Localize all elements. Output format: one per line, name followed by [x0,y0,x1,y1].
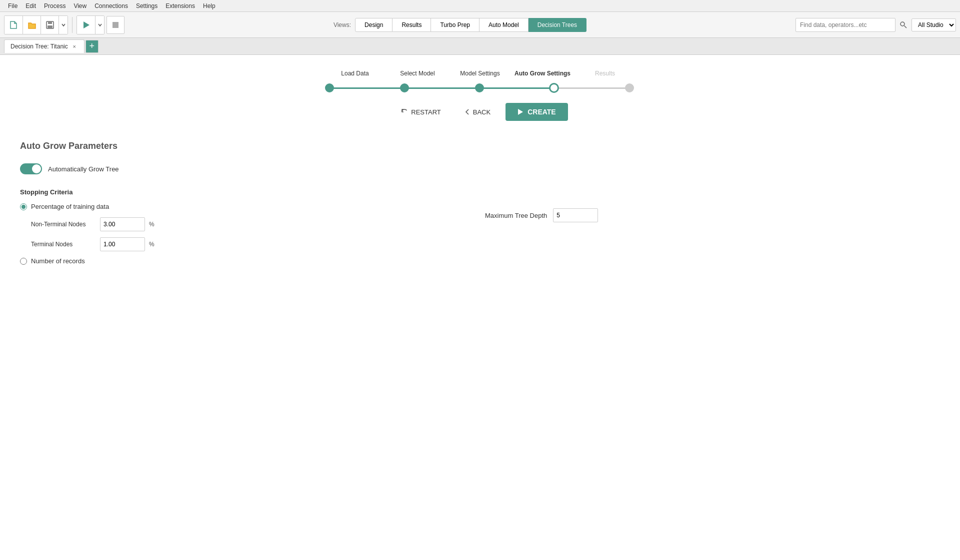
menu-process[interactable]: Process [40,1,70,10]
search-section: All Studio [796,18,956,32]
step-dot-2 [475,83,484,92]
tab-auto-model[interactable]: Auto Model [480,18,528,32]
add-tab-button[interactable]: + [86,40,98,53]
max-depth-section: Maximum Tree Depth [485,188,940,272]
toolbar: Views: Design Results Turbo Prep Auto Mo… [0,12,960,38]
view-tabs: Design Results Turbo Prep Auto Model Dec… [355,18,586,32]
step-label-load-data: Load Data [325,70,385,77]
menu-view[interactable]: View [70,1,90,10]
progress-labels: Load Data Select Model Model Settings Au… [325,70,635,77]
search-input[interactable] [796,18,896,32]
stopping-criteria-label: Stopping Criteria [20,188,475,196]
non-terminal-row: Non-Terminal Nodes % [31,217,475,231]
tab-design[interactable]: Design [355,18,392,32]
non-terminal-unit: % [149,221,154,228]
menu-settings[interactable]: Settings [132,1,162,10]
toolbar-separator-1 [72,17,72,33]
auto-grow-toggle[interactable] [20,163,42,174]
progress-track [325,83,635,93]
radio-percentage-row: Percentage of training data [20,203,475,210]
step-label-auto-grow: Auto Grow Settings [512,70,572,77]
progress-section: Load Data Select Model Model Settings Au… [10,65,950,121]
svg-rect-4 [112,22,118,28]
stopping-criteria: Stopping Criteria Percentage of training… [20,188,475,272]
run-dropdown[interactable] [95,16,104,34]
step-label-model-settings: Model Settings [450,70,510,77]
menu-edit[interactable]: Edit [22,1,40,10]
parameters-grid: Stopping Criteria Percentage of training… [20,188,940,272]
section-title: Auto Grow Parameters [20,141,940,151]
radio-records-label: Number of records [31,257,85,265]
step-label-results: Results [575,70,635,77]
run-btn-group [76,15,104,34]
menu-extensions[interactable]: Extensions [162,1,199,10]
terminal-input[interactable] [100,237,145,251]
open-button[interactable] [22,16,40,34]
toggle-knob [32,164,41,173]
search-icon [900,21,908,29]
radio-records-row: Number of records [20,257,475,265]
radio-records[interactable] [20,258,27,265]
run-button[interactable] [77,16,95,34]
back-button[interactable]: BACK [456,104,500,120]
menu-bar: File Edit Process View Connections Setti… [0,0,960,12]
studio-select[interactable]: All Studio [912,18,956,31]
create-button[interactable]: CREATE [506,103,568,121]
new-button[interactable] [4,16,22,34]
radio-percentage-label: Percentage of training data [31,203,109,210]
restart-icon [401,108,408,115]
svg-line-6 [904,25,907,28]
menu-connections[interactable]: Connections [90,1,132,10]
terminal-unit: % [149,241,154,248]
non-terminal-input[interactable] [100,217,145,231]
svg-rect-1 [48,21,52,24]
views-label: Views: [334,21,351,28]
save-button[interactable] [40,16,58,34]
back-icon [465,108,470,115]
tab-bar: Decision Tree: Titanic × + [0,38,960,55]
step-dot-4 [625,83,634,92]
play-icon [518,108,524,115]
max-depth-input[interactable] [553,208,598,222]
radio-percentage[interactable] [20,203,27,210]
close-tab-button[interactable]: × [71,43,78,50]
doc-tab-title: Decision Tree: Titanic [10,43,68,50]
step-dot-1 [400,83,409,92]
step-dot-3 [549,83,559,93]
terminal-row: Terminal Nodes % [31,237,475,251]
toggle-row: Automatically Grow Tree [20,163,940,174]
restart-button[interactable]: RESTART [392,104,450,120]
stop-button[interactable] [106,16,124,34]
svg-marker-7 [518,109,523,115]
menu-help[interactable]: Help [199,1,220,10]
main-content: Load Data Select Model Model Settings Au… [0,55,960,560]
max-depth-label: Maximum Tree Depth [485,212,547,219]
action-buttons: RESTART BACK CREATE [392,103,568,121]
doc-tab-titanic[interactable]: Decision Tree: Titanic × [4,39,84,53]
terminal-label: Terminal Nodes [31,241,96,248]
step-label-select-model: Select Model [388,70,448,77]
save-dropdown[interactable] [58,16,68,34]
auto-grow-section: Auto Grow Parameters Automatically Grow … [10,136,950,277]
menu-file[interactable]: File [4,1,22,10]
svg-marker-3 [84,21,90,28]
tab-decision-trees[interactable]: Decision Trees [528,18,586,32]
toggle-label: Automatically Grow Tree [48,165,119,173]
max-depth-row: Maximum Tree Depth [485,208,940,222]
tab-turbo-prep[interactable]: Turbo Prep [431,18,480,32]
svg-rect-2 [48,25,52,28]
step-dot-0 [325,83,334,92]
tab-results[interactable]: Results [392,18,431,32]
svg-point-5 [900,22,904,26]
non-terminal-label: Non-Terminal Nodes [31,221,96,228]
open-btn-group [4,15,68,34]
